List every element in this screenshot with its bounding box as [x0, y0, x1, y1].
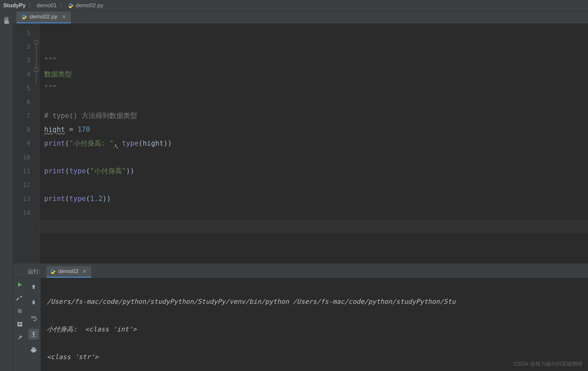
editor-tabs: demo02.py ✕	[13, 11, 588, 24]
run-panel: 运行: demo02 ✕	[13, 266, 588, 371]
svg-point-4	[52, 270, 52, 270]
run-panel-title: 运行:	[28, 268, 41, 278]
sidebar-project-label[interactable]: 项目	[3, 13, 10, 14]
scroll-to-end-icon[interactable]	[28, 329, 39, 339]
svg-point-0	[70, 4, 70, 4]
breadcrumb-project[interactable]: StudyPy	[3, 2, 26, 9]
run-tab-label: demo02	[58, 268, 78, 275]
close-icon[interactable]: ✕	[62, 14, 66, 20]
svg-point-2	[23, 15, 24, 15]
soft-wrap-icon[interactable]	[28, 313, 39, 324]
tab-demo02[interactable]: demo02.py ✕	[16, 11, 71, 23]
stop-icon[interactable]	[16, 308, 23, 314]
svg-point-3	[24, 18, 25, 19]
svg-rect-8	[20, 322, 22, 324]
breadcrumb-file[interactable]: demo02.py	[68, 2, 103, 9]
svg-rect-7	[17, 322, 20, 324]
pin-icon[interactable]	[16, 334, 23, 341]
up-arrow-icon[interactable]	[28, 281, 39, 292]
print-icon[interactable]	[28, 345, 39, 355]
run-controls-secondary	[26, 278, 41, 371]
layout-icon[interactable]	[16, 321, 23, 328]
svg-rect-6	[18, 309, 22, 313]
down-arrow-icon[interactable]	[28, 297, 39, 308]
wrench-icon[interactable]	[16, 295, 23, 301]
svg-point-1	[71, 7, 72, 8]
console-output[interactable]: /Users/fs-mac/code/python/studyPython/St…	[41, 278, 588, 371]
chevron-right-icon: 〉	[59, 2, 65, 9]
tab-label: demo02.py	[30, 14, 57, 20]
python-file-icon	[50, 269, 56, 274]
tool-gutter-left: 项目	[0, 11, 13, 371]
chevron-right-icon: 〉	[28, 2, 34, 9]
current-line	[40, 219, 588, 233]
breadcrumb-file-label: demo02.py	[75, 2, 103, 9]
fold-marker-icon[interactable]	[34, 68, 38, 72]
line-number-gutter: 1 2 3 4 5 6 7 8 9 10 11 12 13 14	[13, 24, 34, 264]
svg-point-5	[53, 273, 54, 273]
rerun-icon[interactable]	[16, 281, 23, 288]
breadcrumb-folder[interactable]: demo01	[37, 2, 57, 9]
svg-rect-9	[17, 325, 22, 327]
close-icon[interactable]: ✕	[82, 269, 87, 274]
run-panel-header: 运行: demo02 ✕	[13, 266, 588, 278]
run-tab-demo02[interactable]: demo02 ✕	[46, 266, 91, 278]
folder-icon[interactable]	[3, 19, 10, 25]
code-area[interactable]: """ 数据类型 """ # type() 方法得到数据类型 hight = 1…	[40, 24, 588, 264]
fold-marker-icon[interactable]	[34, 40, 38, 44]
fold-gutter	[34, 24, 40, 264]
python-file-icon	[21, 14, 27, 20]
watermark: CSDN @努力敲代码买猪脚啃	[514, 361, 583, 368]
code-editor[interactable]: 1 2 3 4 5 6 7 8 9 10 11 12 13 14	[13, 24, 588, 264]
run-controls-primary	[13, 278, 26, 371]
breadcrumb: StudyPy 〉 demo01 〉 demo02.py	[0, 0, 588, 11]
python-file-icon	[68, 3, 74, 9]
